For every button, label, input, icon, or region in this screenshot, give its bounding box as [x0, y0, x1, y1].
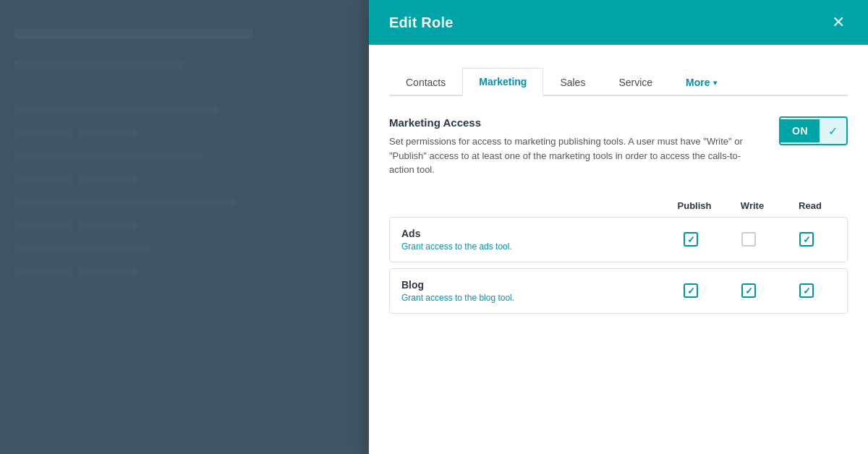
toggle-on-label: ON: [780, 119, 820, 142]
modal-title: Edit Role: [389, 14, 453, 31]
ads-name: Ads: [401, 228, 662, 239]
blog-publish-checkbox[interactable]: [684, 283, 698, 298]
modal-header: Edit Role ✕: [369, 0, 868, 45]
ads-publish-checkbox[interactable]: [684, 232, 698, 247]
write-column-header: Write: [723, 200, 781, 211]
chevron-down-icon: ▾: [713, 79, 717, 87]
blog-description: Grant access to the blog tool.: [401, 293, 662, 303]
tab-marketing[interactable]: Marketing: [462, 68, 543, 96]
toggle-check-icon: ✓: [820, 119, 846, 144]
ads-write-cell: [720, 232, 778, 247]
ads-read-cell: [778, 232, 835, 247]
permissions-column-headers: Publish Write Read: [389, 200, 848, 211]
dim-overlay: [0, 0, 369, 454]
blog-read-cell: [778, 283, 835, 298]
tab-sales[interactable]: Sales: [543, 68, 602, 96]
blog-write-cell: [720, 283, 778, 298]
section-title: Marketing Access: [389, 116, 744, 129]
section-description: Set permissions for access to marketing …: [389, 134, 744, 177]
read-column-header: Read: [781, 200, 839, 211]
blog-publish-cell: [662, 283, 720, 298]
ads-description: Grant access to the ads tool.: [401, 241, 662, 252]
section-info: Marketing Access Set permissions for acc…: [389, 116, 744, 177]
blog-name: Blog: [401, 279, 662, 291]
permissions-row-ads: Ads Grant access to the ads tool.: [389, 217, 848, 262]
edit-role-modal: Edit Role ✕ Contacts Marketing Sales Ser…: [369, 0, 868, 454]
ads-publish-cell: [662, 232, 720, 247]
blog-checkboxes: [662, 283, 835, 298]
modal-body: Contacts Marketing Sales Service More ▾ …: [369, 45, 868, 454]
close-button[interactable]: ✕: [829, 12, 848, 33]
blog-info: Blog Grant access to the blog tool.: [401, 279, 662, 303]
blog-read-checkbox[interactable]: [799, 283, 814, 298]
blog-write-checkbox[interactable]: [741, 283, 756, 298]
ads-checkboxes: [662, 232, 835, 247]
marketing-access-toggle[interactable]: ON ✓: [779, 116, 848, 145]
ads-write-checkbox[interactable]: [741, 232, 756, 247]
tab-more[interactable]: More ▾: [669, 68, 733, 96]
tab-bar: Contacts Marketing Sales Service More ▾: [389, 67, 848, 96]
tab-service[interactable]: Service: [602, 68, 669, 96]
publish-column-header: Publish: [665, 200, 723, 211]
ads-read-checkbox[interactable]: [799, 232, 814, 247]
tab-contacts[interactable]: Contacts: [389, 68, 462, 96]
ads-info: Ads Grant access to the ads tool.: [401, 228, 662, 252]
marketing-access-section: Marketing Access Set permissions for acc…: [389, 116, 848, 177]
permissions-row-blog: Blog Grant access to the blog tool.: [389, 268, 848, 314]
